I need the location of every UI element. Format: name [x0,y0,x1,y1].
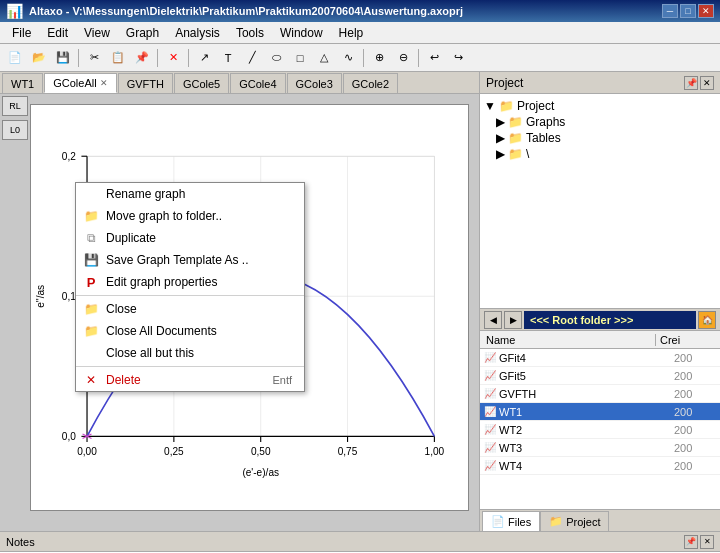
fb-row-gfit5[interactable]: 📈GFit5200 [480,367,720,385]
paste-button[interactable]: 📌 [131,47,153,69]
svg-text:0,25: 0,25 [164,446,184,457]
tab-gcole2[interactable]: GCole2 [343,73,398,93]
rect-tool[interactable]: □ [289,47,311,69]
rb-tab-files[interactable]: 📄 Files [482,511,540,531]
ctx-delete[interactable]: ✕ Delete Entf [76,369,304,391]
notes-close[interactable]: ✕ [700,535,714,549]
tree-item-tables[interactable]: ▶ 📁 Tables [484,130,716,146]
open-button[interactable]: 📂 [28,47,50,69]
project-icon: 📁 [549,515,563,528]
zoom-out[interactable]: ⊖ [392,47,414,69]
file-icon: 📈 [484,442,496,453]
delete-button[interactable]: ✕ [162,47,184,69]
menu-item-help[interactable]: Help [331,24,372,42]
svg-text:0,00: 0,00 [77,446,97,457]
fb-row-name-wt2: 📈WT2 [480,424,670,436]
svg-text:0,2: 0,2 [62,151,76,162]
ctx-delete-label: Delete [106,373,141,387]
project-close[interactable]: ✕ [700,76,714,90]
tree-item-root[interactable]: ▶ 📁 \ [484,146,716,162]
tab-gvfth[interactable]: GVFTH [118,73,173,93]
context-menu: Rename graph 📁 Move graph to folder.. ⧉ … [75,182,305,392]
fb-row-wt2[interactable]: 📈WT2200 [480,421,720,439]
ctx-move[interactable]: 📁 Move graph to folder.. [76,205,304,227]
minimize-button[interactable]: ─ [662,4,678,18]
fb-row-wt1[interactable]: 📈WT1200 [480,403,720,421]
fb-row-wt4[interactable]: 📈WT4200 [480,457,720,475]
fb-row-wt3[interactable]: 📈WT3200 [480,439,720,457]
menu-item-graph[interactable]: Graph [118,24,167,42]
fb-row-name-gfit5: 📈GFit5 [480,370,670,382]
fb-row-cre-gfit4: 200 [670,352,720,364]
save-button[interactable]: 💾 [52,47,74,69]
fb-row-gvfth[interactable]: 📈GVFTH200 [480,385,720,403]
curve-tool[interactable]: ∿ [337,47,359,69]
fb-row-gfit4[interactable]: 📈GFit4200 [480,349,720,367]
project-tree: ▼ 📁 Project ▶ 📁 Graphs ▶ 📁 Tables ▶ 📁 \ [480,94,720,309]
ctx-close-all-label: Close All Documents [106,324,217,338]
tab-gcole4[interactable]: GCole4 [230,73,285,93]
ctx-close-all-icon: 📁 [82,322,100,340]
tree-label-project: Project [517,99,554,113]
zoom-in[interactable]: ⊕ [368,47,390,69]
maximize-button[interactable]: □ [680,4,696,18]
ctx-close[interactable]: 📁 Close [76,298,304,320]
ruler-rl[interactable]: RL [2,96,28,116]
tab-close-gcoleall[interactable]: ✕ [100,78,108,88]
tab-gcole5[interactable]: GCole5 [174,73,229,93]
menu-item-file[interactable]: File [4,24,39,42]
fb-row-cre-gfit5: 200 [670,370,720,382]
rb-tab-project-label: Project [566,516,600,528]
right-bottom-tabs: 📄 Files 📁 Project [480,509,720,531]
new-button[interactable]: 📄 [4,47,26,69]
tab-gcoleall[interactable]: GColeAll✕ [44,73,116,93]
line-tool[interactable]: ╱ [241,47,263,69]
ellipse-tool[interactable]: ⬭ [265,47,287,69]
fb-row-name-gvfth: 📈GVFTH [480,388,670,400]
ctx-edit-props[interactable]: P Edit graph properties [76,271,304,293]
triangle-tool[interactable]: △ [313,47,335,69]
menu-item-window[interactable]: Window [272,24,331,42]
fb-header: ◀ ▶ <<< Root folder >>> 🏠 [480,309,720,331]
menu-item-analysis[interactable]: Analysis [167,24,228,42]
graph-area: RL L0 [0,94,479,531]
tree-item-project[interactable]: ▼ 📁 Project [484,98,716,114]
tab-gcole3[interactable]: GCole3 [287,73,342,93]
tab-label-gcoleall: GColeAll [53,77,96,89]
project-pin[interactable]: 📌 [684,76,698,90]
ctx-duplicate[interactable]: ⧉ Duplicate [76,227,304,249]
svg-text:1,00: 1,00 [425,446,445,457]
undo-button[interactable]: ↩ [423,47,445,69]
redo-button[interactable]: ↪ [447,47,469,69]
tree-expand-root: ▶ [496,147,505,161]
ctx-close-all[interactable]: 📁 Close All Documents [76,320,304,342]
svg-text:0,0: 0,0 [62,431,76,442]
text-tool[interactable]: T [217,47,239,69]
ctx-rename[interactable]: Rename graph [76,183,304,205]
tree-item-graphs[interactable]: ▶ 📁 Graphs [484,114,716,130]
svg-text:0,75: 0,75 [338,446,358,457]
menu-item-tools[interactable]: Tools [228,24,272,42]
ruler-l0[interactable]: L0 [2,120,28,140]
ctx-close-but[interactable]: Close all but this [76,342,304,364]
fb-back[interactable]: ◀ [484,311,502,329]
notes-pin[interactable]: 📌 [684,535,698,549]
toolbar-sep4 [363,49,364,67]
menu-item-edit[interactable]: Edit [39,24,76,42]
rb-tab-project[interactable]: 📁 Project [540,511,609,531]
ctx-save-template[interactable]: 💾 Save Graph Template As .. [76,249,304,271]
fb-forward[interactable]: ▶ [504,311,522,329]
copy-button[interactable]: 📋 [107,47,129,69]
fb-row-name-gfit4: 📈GFit4 [480,352,670,364]
fb-home[interactable]: 🏠 [698,311,716,329]
tab-wt1[interactable]: WT1 [2,73,43,93]
arrow-tool[interactable]: ↗ [193,47,215,69]
toolbar-sep1 [78,49,79,67]
menu-item-view[interactable]: View [76,24,118,42]
tree-label-tables: Tables [526,131,561,145]
ctx-close-but-label: Close all but this [106,346,194,360]
file-icon: 📈 [484,406,496,417]
title-bar-controls: ─ □ ✕ [662,4,714,18]
cut-button[interactable]: ✂ [83,47,105,69]
close-button[interactable]: ✕ [698,4,714,18]
